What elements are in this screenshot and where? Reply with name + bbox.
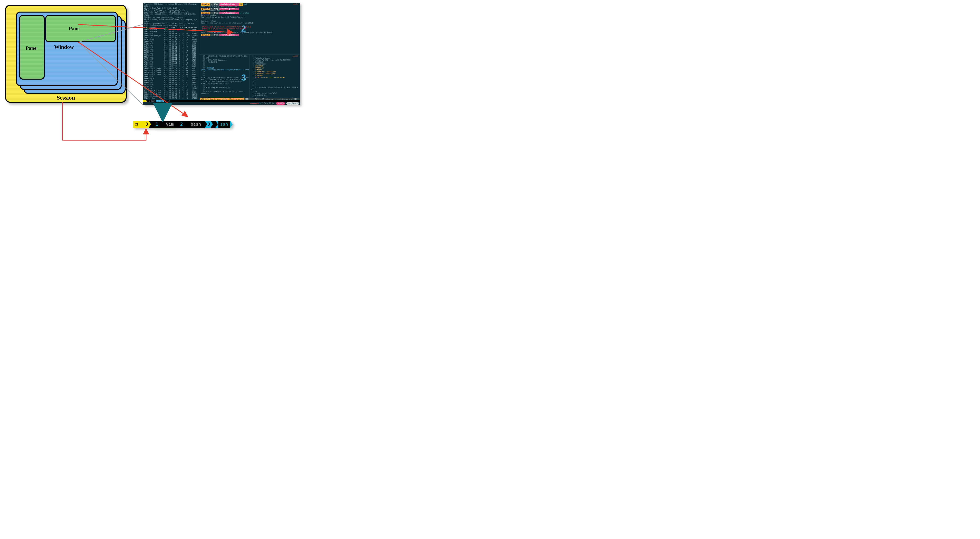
window-stack: Window Pane Pane xyxy=(16,11,124,92)
shell-output-lines: junyilu~Blogcenalulu.github.io10 pwd/Use… xyxy=(201,3,299,36)
vim-left-split: 17 > 文章欢迎转载，但转载时请保留本段文字，并置于文章的>18 顶部19 >… xyxy=(200,55,249,98)
pane-top-left: Processes: 356 total, 3 running, 15 stuc… xyxy=(143,3,199,101)
vim-right-split: 1 ---2 layout: article3 title: "从0搭建一个Li… xyxy=(250,55,299,98)
top-process-rows: 75938 mdworker 0.0 00:00.06 4 0 52 7868K… xyxy=(144,29,199,99)
vim-right-body: 1 ---2 layout: article3 title: "从0搭建一个Li… xyxy=(250,55,299,98)
top-columns: PID COMMAND %CPU TIME #TH #WQ #PORT MEM xyxy=(144,27,199,29)
clock-time: 13:56 xyxy=(261,102,266,104)
mini-window-tabs[interactable]: 1 bash2 > vim3 bash xyxy=(148,100,171,102)
session-number: 3 xyxy=(146,121,148,128)
pane-label-top: Pane xyxy=(69,26,80,32)
hearts-icon: ♥♥♥♥♥♥♥♥♥ xyxy=(250,102,259,104)
window-label: Window xyxy=(54,44,74,50)
vim-left-body: 17 > 文章欢迎转载，但转载时请保留本段文字，并置于文章的>18 顶部19 >… xyxy=(201,55,248,94)
pane-box-left: Pane xyxy=(19,15,45,79)
top-output-header: Processes: 356 total, 3 running, 15 stuc… xyxy=(144,3,199,27)
tmux-status-bar[interactable]: ❐ 3 1 bash2 > vim3 bash xyxy=(143,100,300,102)
tmux-terminal-screenshot: 2 3 Processes: 356 total, 3 running, 15 … xyxy=(143,3,300,105)
pane-label-left: Pane xyxy=(25,45,37,51)
tmux-status-bar-zoom[interactable]: ❐ 3 1 vim 2 bash 3 ssh xyxy=(133,121,230,128)
status-session-badge[interactable]: ❐ 3 xyxy=(133,121,151,128)
pane-top-right: 114x24 junyilu~Blogcenalulu.github.io10 … xyxy=(200,3,299,54)
session-label: Session xyxy=(6,94,126,101)
pane-bottom-right: 114x23 17 > 文章欢迎转载，但转载时请保留本段文字，并置于文章的>18… xyxy=(200,54,299,101)
pane-box-top: Pane xyxy=(45,15,116,42)
window-tab-3-index[interactable]: 3 xyxy=(205,121,213,128)
tmux-bottom-info: ♥♥♥♥♥♥♥♥♥ < 13:56 < 25 Apr junyilu junyi… xyxy=(143,102,300,105)
host-pill: junyilu-mbp xyxy=(286,102,299,105)
session-icon: ❐ xyxy=(135,121,138,128)
window-tab-1[interactable]: 1 vim xyxy=(154,121,176,128)
mini-session[interactable]: ❐ 3 xyxy=(143,100,147,102)
pane-size-top-right: 114x24 xyxy=(293,3,298,5)
window-box-front: Window Pane Pane xyxy=(16,11,118,86)
window-tab-3[interactable]: ssh xyxy=(215,121,233,128)
session-box: Session Window Pane Pane xyxy=(5,5,127,103)
clock-date: 25 Apr xyxy=(269,102,275,104)
user-pill: junyilu xyxy=(276,102,285,105)
tmux-concept-diagram: Session Window Pane Pane xyxy=(3,3,129,105)
window-tab-2[interactable]: 2 bash xyxy=(178,121,203,128)
